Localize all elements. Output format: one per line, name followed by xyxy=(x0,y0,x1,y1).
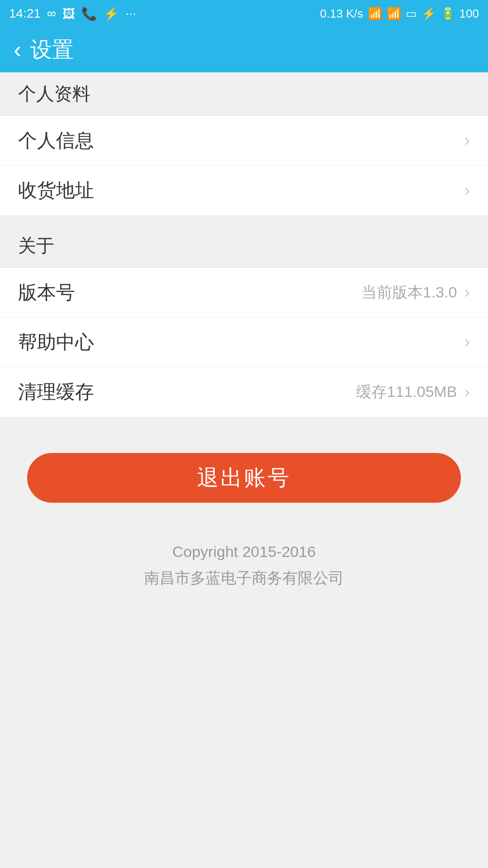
lightning-icon: ⚡ xyxy=(422,7,436,21)
section-header-about: 关于 xyxy=(0,224,488,268)
status-time: 14:21 xyxy=(9,6,41,21)
battery-level: 100 xyxy=(460,7,479,21)
chevron-icon: › xyxy=(464,181,470,200)
section-header-profile: 个人资料 xyxy=(0,72,488,116)
status-right: 0.13 K/s 📶 📶 ▭ ⚡ 🔋 100 xyxy=(320,7,479,21)
back-button[interactable]: ‹ xyxy=(14,38,21,61)
phone-icon: 📞 xyxy=(81,6,97,21)
help-center-right: › xyxy=(464,332,470,352)
chevron-icon: › xyxy=(464,131,470,150)
personal-info-item[interactable]: 个人信息 › xyxy=(0,116,488,165)
profile-list: 个人信息 › 收货地址 › xyxy=(0,116,488,215)
status-left: 14:21 ∞ 🖼 📞 ⚡ ··· xyxy=(9,6,136,21)
section-gap-1 xyxy=(0,215,488,224)
section-gap-2 xyxy=(0,417,488,426)
chevron-icon: › xyxy=(464,382,470,402)
version-detail: 当前版本1.3.0 xyxy=(361,282,457,303)
version-label: 版本号 xyxy=(18,280,75,305)
chevron-icon: › xyxy=(464,332,470,352)
cache-detail: 缓存111.05MB xyxy=(356,382,457,402)
battery-icon: 🔋 xyxy=(441,7,455,21)
wifi-icon: 📶 xyxy=(387,7,401,21)
nav-bar: ‹ 设置 xyxy=(0,27,488,72)
personal-info-right: › xyxy=(464,131,470,150)
chevron-icon: › xyxy=(464,283,470,302)
infinity-icon: ∞ xyxy=(47,6,56,21)
clear-cache-right: 缓存111.05MB › xyxy=(356,382,470,402)
shipping-address-label: 收货地址 xyxy=(18,178,94,203)
logout-button[interactable]: 退出账号 xyxy=(27,453,461,503)
shipping-address-item[interactable]: 收货地址 › xyxy=(0,165,488,215)
status-bar: 14:21 ∞ 🖼 📞 ⚡ ··· 0.13 K/s 📶 📶 ▭ ⚡ 🔋 100 xyxy=(0,0,488,27)
network-speed: 0.13 K/s xyxy=(320,7,363,21)
logout-area: 退出账号 Copyright 2015-2016 南昌市多蓝电子商务有限公司 xyxy=(0,426,488,868)
about-list: 版本号 当前版本1.3.0 › 帮助中心 › 清理缓存 缓存111.05MB › xyxy=(0,268,488,417)
clear-cache-label: 清理缓存 xyxy=(18,379,94,405)
copyright-area: Copyright 2015-2016 南昌市多蓝电子商务有限公司 xyxy=(144,539,344,591)
page-title: 设置 xyxy=(30,35,74,64)
screen-icon: ▭ xyxy=(406,7,417,21)
version-item[interactable]: 版本号 当前版本1.3.0 › xyxy=(0,268,488,317)
image-icon: 🖼 xyxy=(62,6,75,21)
usb-icon: ⚡ xyxy=(103,6,119,21)
shipping-address-right: › xyxy=(464,181,470,200)
version-right: 当前版本1.3.0 › xyxy=(361,282,470,303)
signal-icon: 📶 xyxy=(368,7,382,21)
copyright-line1: Copyright 2015-2016 xyxy=(144,539,344,565)
clear-cache-item[interactable]: 清理缓存 缓存111.05MB › xyxy=(0,367,488,417)
copyright-line2: 南昌市多蓝电子商务有限公司 xyxy=(144,565,344,591)
dots-icon: ··· xyxy=(126,6,136,21)
help-center-item[interactable]: 帮助中心 › xyxy=(0,317,488,367)
personal-info-label: 个人信息 xyxy=(18,128,94,153)
help-center-label: 帮助中心 xyxy=(18,330,94,355)
